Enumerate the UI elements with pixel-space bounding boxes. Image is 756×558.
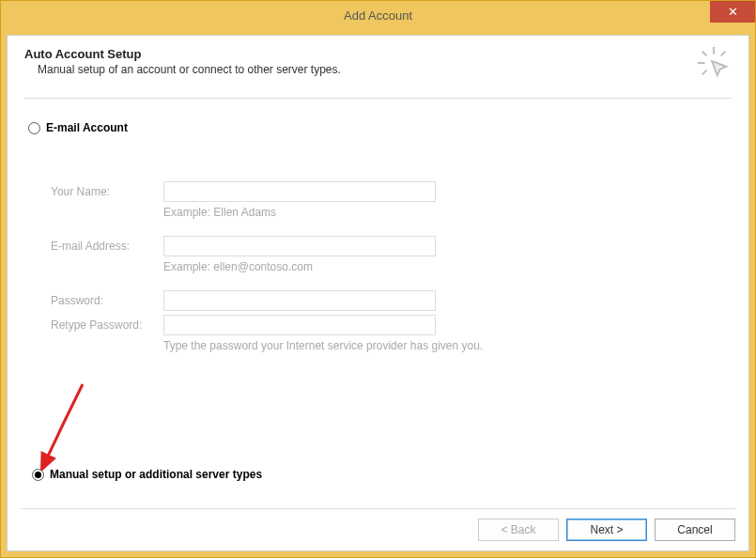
titlebar: Add Account ✕ bbox=[1, 1, 755, 29]
radio-email-account[interactable]: E-mail Account bbox=[28, 121, 732, 134]
row-password: Password: bbox=[51, 290, 732, 311]
radio-manual-setup[interactable]: Manual setup or additional server types bbox=[32, 468, 262, 487]
row-retype-password: Retype Password: bbox=[51, 315, 732, 335]
hint-email: Example: ellen@contoso.com bbox=[163, 260, 732, 273]
row-your-name: Your Name: bbox=[51, 181, 732, 202]
red-arrow-annotation bbox=[36, 380, 92, 473]
radio-icon bbox=[28, 122, 40, 134]
svg-line-4 bbox=[702, 70, 707, 75]
password-field[interactable] bbox=[163, 290, 436, 311]
hint-password: Type the password your Internet service … bbox=[163, 339, 732, 352]
inner-panel: Auto Account Setup Manual setup of an ac… bbox=[7, 35, 749, 551]
next-button[interactable]: Next > bbox=[566, 519, 647, 541]
svg-line-2 bbox=[702, 52, 707, 56]
cancel-button[interactable]: Cancel bbox=[655, 519, 735, 541]
close-icon: ✕ bbox=[728, 5, 738, 19]
radio-label-email: E-mail Account bbox=[46, 121, 128, 134]
label-password: Password: bbox=[51, 294, 163, 307]
radio-label-manual: Manual setup or additional server types bbox=[50, 468, 262, 481]
add-account-dialog: Add Account ✕ Auto Account Setup Manual … bbox=[0, 0, 756, 558]
back-button: < Back bbox=[478, 519, 559, 541]
header-section: Auto Account Setup Manual setup of an ac… bbox=[24, 47, 732, 99]
your-name-field[interactable] bbox=[163, 181, 436, 202]
button-bar: < Back Next > Cancel bbox=[21, 508, 735, 541]
close-button[interactable]: ✕ bbox=[710, 1, 755, 23]
label-retype-password: Retype Password: bbox=[51, 318, 163, 332]
radio-group: E-mail Account bbox=[28, 121, 732, 134]
retype-password-field[interactable] bbox=[163, 315, 436, 335]
page-subtitle: Manual setup of an account or connect to… bbox=[38, 63, 341, 76]
row-email: E-mail Address: bbox=[51, 236, 732, 256]
page-title: Auto Account Setup bbox=[24, 47, 341, 61]
label-email: E-mail Address: bbox=[51, 240, 163, 253]
content-frame: Auto Account Setup Manual setup of an ac… bbox=[1, 29, 755, 557]
header-text: Auto Account Setup Manual setup of an ac… bbox=[24, 47, 341, 81]
label-your-name: Your Name: bbox=[51, 185, 163, 198]
email-field[interactable] bbox=[163, 236, 436, 256]
svg-line-3 bbox=[721, 52, 726, 56]
radio-icon bbox=[32, 469, 44, 481]
cursor-click-icon bbox=[696, 45, 732, 81]
form-section: Your Name: Example: Ellen Adams E-mail A… bbox=[51, 181, 732, 352]
hint-your-name: Example: Ellen Adams bbox=[163, 206, 732, 219]
window-title: Add Account bbox=[344, 8, 412, 23]
